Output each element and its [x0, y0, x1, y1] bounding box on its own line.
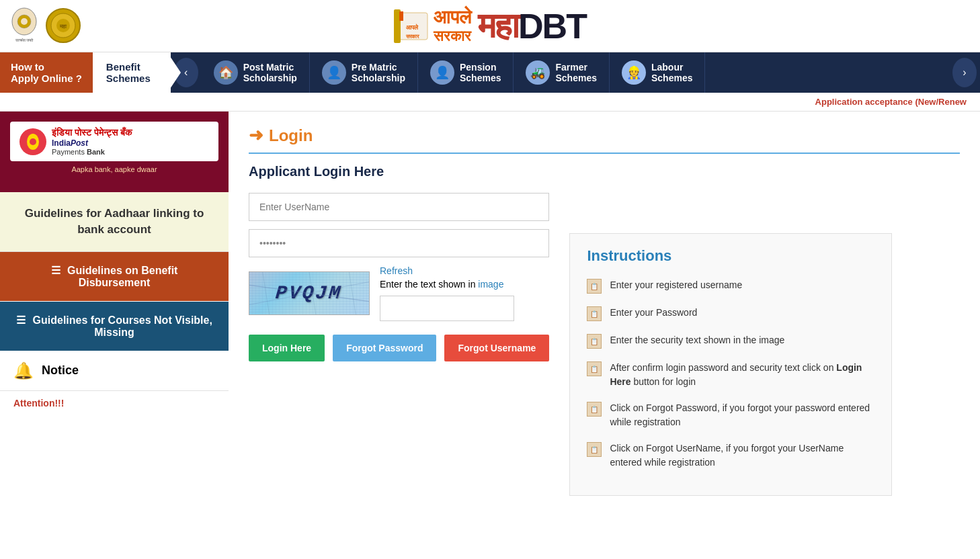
instruction-icon-2: 📋 [587, 306, 602, 321]
instruction-item-6: 📋 Click on Forgot UserName, if you forgo… [587, 441, 874, 470]
bank-hindi-name: इंडिया पोस्ट पेमेन्ट्स बँक [52, 127, 132, 138]
nav-how-to-line1: How to [11, 61, 82, 73]
navbar: How to Apply Online ? Benefit Schemes ‹ … [0, 52, 980, 93]
login-instructions-row: PVQJM Refresh Enter the text shown in im… [249, 193, 960, 496]
menu-icon-courses: ☰ [16, 314, 26, 327]
instruction-text-5: Click on Forgot Password, if you forgot … [610, 401, 874, 429]
login-here-button[interactable]: Login Here [249, 335, 325, 361]
svg-text:महा: महा [59, 24, 67, 30]
instruction-text-1: Enter your registered username [610, 278, 742, 292]
sidebar-notice: 🔔 Notice [0, 351, 229, 391]
instruction-icon-1: 📋 [587, 279, 602, 294]
captcha-refresh-link[interactable]: Refresh [380, 265, 514, 276]
brand-hindi2: सरकार [434, 28, 471, 44]
farmer-icon: 🚜 [526, 60, 550, 85]
instruction-icon-6: 📋 [587, 442, 602, 457]
post-matric-icon: 🏠 [214, 60, 238, 85]
header: सत्यमेव जयते महा आपले सरकार आपले सरकार [0, 0, 980, 52]
main-content: इंडिया पोस्ट पेमेन्ट्स बँक IndiaPost Pay… [0, 112, 980, 515]
nav-how-to-line2: Apply Online ? [11, 73, 82, 84]
forgot-password-button[interactable]: Forgot Password [333, 335, 436, 361]
notice-label: Notice [42, 363, 79, 378]
instruction-item-2: 📋 Enter your Password [587, 306, 874, 321]
labour-icon: 👷 [622, 60, 646, 85]
bell-icon: 🔔 [13, 361, 34, 380]
instruction-icon-4: 📋 [587, 361, 602, 376]
svg-text:आपले: आपले [406, 24, 419, 31]
nav-item-labour[interactable]: 👷 LabourSchemes [610, 52, 705, 93]
instructions-panel: Instructions 📋 Enter your registered use… [569, 233, 892, 496]
nav-benefit-line2: Schemes [106, 73, 151, 84]
login-subtitle: Applicant Login Here [249, 164, 960, 179]
login-main-area: ➜ Login Applicant Login Here [229, 112, 980, 515]
login-title-text: Login [269, 126, 313, 145]
attention-text: Attention!!! [13, 398, 64, 408]
instruction-text-2: Enter your Password [610, 306, 697, 320]
captcha-text: PVQJM [275, 283, 343, 304]
benefit-disbursement-text: Guidelines on Benefit Disbursement [67, 265, 177, 288]
header-logos: सत्यमेव जयते महा [7, 7, 82, 46]
nav-right-arrow-button[interactable]: › [952, 58, 977, 87]
password-input[interactable] [249, 229, 549, 257]
captcha-hint-text: Enter the text shown in image [380, 279, 514, 290]
svg-rect-10 [399, 11, 403, 21]
pre-matric-icon: 👤 [322, 60, 346, 85]
instruction-icon-5: 📋 [587, 402, 602, 417]
gold-seal-icon: महा [45, 7, 82, 44]
captcha-input[interactable] [380, 296, 514, 321]
login-form: PVQJM Refresh Enter the text shown in im… [249, 193, 549, 361]
dbt-text: DBT [518, 6, 586, 46]
forgot-username-button[interactable]: Forgot Username [444, 335, 549, 361]
bank-logo-area: इंडिया पोस्ट पेमेन्ट्स बँक IndiaPost Pay… [10, 122, 218, 161]
bank-logo-icon [19, 128, 46, 155]
svg-text:सरकार: सरकार [405, 34, 419, 40]
bank-card[interactable]: इंडिया पोस्ट पेमेन्ट्स बँक IndiaPost Pay… [0, 112, 229, 192]
nav-item-farmer-label: FarmerSchemes [555, 62, 596, 83]
nav-item-pension[interactable]: 👤 PensionSchemes [418, 52, 514, 93]
maha-dbt-brand: महा DBT [478, 5, 586, 46]
maha-text: महा [478, 5, 518, 46]
captcha-image: PVQJM [249, 271, 370, 315]
svg-point-2 [21, 18, 28, 25]
sidebar-benefit-disbursement[interactable]: ☰ Guidelines on Benefit Disbursement [0, 252, 229, 302]
sidebar: इंडिया पोस्ट पेमेन्ट्स बँक IndiaPost Pay… [0, 112, 229, 515]
brand-hindi: आपले [434, 7, 471, 28]
login-buttons-row: Login Here Forgot Password Forgot Userna… [249, 335, 549, 361]
instruction-text-3: Enter the security text shown in the ima… [610, 333, 784, 347]
svg-text:सत्यमेव जयते: सत्यमेव जयते [15, 38, 34, 42]
instruction-item-1: 📋 Enter your registered username [587, 278, 874, 294]
sidebar-attention: Attention!!! [0, 391, 229, 415]
captcha-row: PVQJM Refresh Enter the text shown in im… [249, 265, 549, 321]
nav-item-labour-label: LabourSchemes [651, 62, 692, 83]
announcement-bar: Application acceptance (New/Renew [0, 93, 980, 112]
nav-item-pre-matric-label: Pre MatricScholarship [352, 62, 405, 83]
instructions-title: Instructions [587, 247, 874, 265]
courses-guideline-text: Guidelines for Courses Not Visible, Miss… [33, 314, 212, 338]
sidebar-courses-guideline[interactable]: ☰ Guidelines for Courses Not Visible, Mi… [0, 302, 229, 351]
pension-icon: 👤 [430, 60, 454, 85]
bank-text-area: इंडिया पोस्ट पेमेन्ट्स बँक IndiaPost Pay… [52, 127, 132, 156]
aple-sarkar-icon: आपले सरकार [394, 6, 431, 46]
nav-item-pre-matric[interactable]: 👤 Pre MatricScholarship [310, 52, 418, 93]
instruction-text-4: After confirm login password and securit… [610, 361, 874, 389]
nav-item-pension-label: PensionSchemes [460, 62, 501, 83]
sidebar-aadhaar-guideline[interactable]: Guidelines for Aadhaar linking to bank a… [0, 192, 229, 252]
brand-logo: आपले सरकार आपले सरकार महा DBT [394, 5, 586, 46]
nav-how-to-apply[interactable]: How to Apply Online ? [0, 52, 93, 93]
instruction-icon-3: 📋 [587, 334, 602, 349]
aadhaar-guideline-text: Guidelines for Aadhaar linking to bank a… [13, 206, 215, 238]
nav-item-farmer[interactable]: 🚜 FarmerSchemes [514, 52, 609, 93]
nav-benefit-schemes[interactable]: Benefit Schemes [93, 52, 171, 93]
login-title-bar: ➜ Login [249, 125, 960, 154]
announcement-text: Application acceptance (New/Renew [815, 97, 967, 107]
nav-benefit-line1: Benefit [106, 61, 151, 73]
instruction-item-4: 📋 After confirm login password and secur… [587, 361, 874, 389]
nav-items-container: 🏠 Post MatricScholarship 👤 Pre MatricSch… [202, 52, 949, 93]
captcha-controls: Refresh Enter the text shown in image [380, 265, 514, 321]
bank-english-name: IndiaPost [52, 138, 132, 148]
username-input[interactable] [249, 193, 549, 221]
instruction-item-5: 📋 Click on Forgot Password, if you forgo… [587, 401, 874, 429]
login-arrow-icon: ➜ [249, 125, 263, 146]
bank-tagline: Aapka bank, aapke dwaar [71, 165, 157, 173]
nav-item-post-matric[interactable]: 🏠 Post MatricScholarship [202, 52, 310, 93]
